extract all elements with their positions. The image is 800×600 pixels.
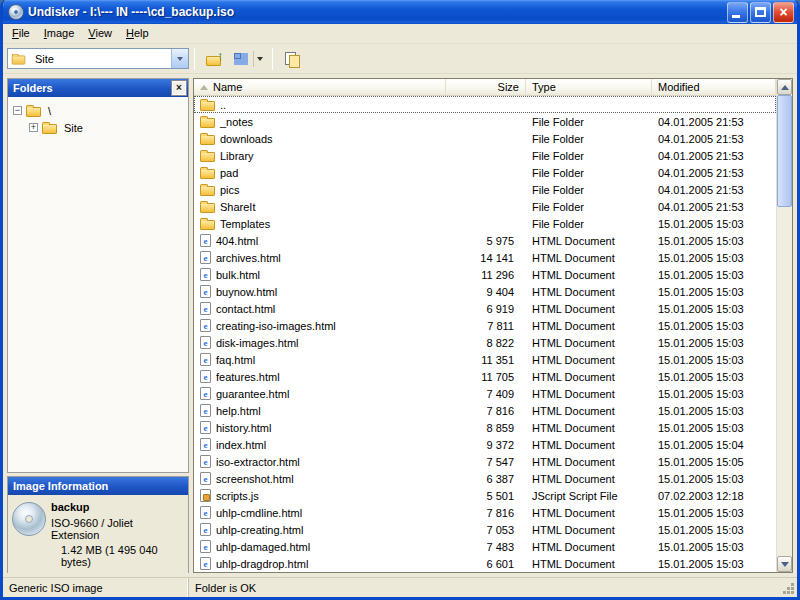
file-row[interactable]: disk-images.html8 822HTML Document15.01.… [194,334,776,351]
file-row[interactable]: bulk.html11 296HTML Document15.01.2005 1… [194,266,776,283]
collapse-icon[interactable]: − [13,106,22,115]
file-name: uhlp-creating.html [216,524,303,536]
extract-button[interactable] [279,47,305,71]
up-folder-icon: ↑ [206,52,223,66]
file-size: 14 141 [446,252,526,264]
file-row[interactable]: contact.html6 919HTML Document15.01.2005… [194,300,776,317]
file-row[interactable]: _notesFile Folder04.01.2005 21:53 [194,113,776,130]
file-row[interactable]: iso-extractor.html7 547HTML Document15.0… [194,453,776,470]
image-information-panel: Image Information backup ISO-9660 / Joli… [7,476,189,573]
scroll-up-button[interactable] [777,79,792,95]
html-document-icon [200,319,211,332]
file-name: disk-images.html [216,337,299,349]
file-size: 11 296 [446,269,526,281]
combobox-dropdown-button[interactable] [171,49,188,68]
menu-item-view[interactable]: View [81,25,119,42]
file-row[interactable]: faq.html11 351HTML Document15.01.2005 15… [194,351,776,368]
file-type: File Folder [526,218,652,230]
file-row[interactable]: scripts.js5 501JScript Script File07.02.… [194,487,776,504]
menu-item-file[interactable]: File [5,25,37,42]
file-modified: 15.01.2005 15:03 [652,473,776,485]
file-modified: 15.01.2005 15:03 [652,320,776,332]
tree-node-site[interactable]: +Site [10,119,186,136]
file-size: 7 053 [446,524,526,536]
html-document-icon [200,472,211,485]
column-header-type[interactable]: Type [526,79,652,96]
menu-bar: FileImageViewHelp [3,24,797,44]
file-modified: 15.01.2005 15:05 [652,456,776,468]
vertical-scrollbar[interactable] [776,79,792,572]
html-document-icon [200,285,211,298]
file-row[interactable]: guarantee.html7 409HTML Document15.01.20… [194,385,776,402]
file-row[interactable]: screenshot.html6 387HTML Document15.01.2… [194,470,776,487]
file-name: index.html [216,439,266,451]
html-document-icon [200,421,211,434]
file-row[interactable]: uhlp-creating.html7 053HTML Document15.0… [194,521,776,538]
file-row[interactable]: archives.html14 141HTML Document15.01.20… [194,249,776,266]
column-header-size[interactable]: Size [446,79,526,96]
status-folder-state: Folder is OK [189,578,781,597]
tree-node-root[interactable]: −\ [10,102,186,119]
file-modified: 15.01.2005 15:03 [652,405,776,417]
file-row[interactable]: TemplatesFile Folder15.01.2005 15:03 [194,215,776,232]
left-column: Folders × −\+Site Image Information back… [7,78,189,573]
file-row[interactable]: help.html7 816HTML Document15.01.2005 15… [194,402,776,419]
image-size: 1.42 MB (1 495 040 bytes) [51,544,184,568]
file-row[interactable]: uhlp-cmdline.html7 816HTML Document15.01… [194,504,776,521]
menu-item-help[interactable]: Help [119,25,156,42]
tree-node-label: \ [46,105,53,117]
file-row[interactable]: uhlp-dragdrop.html6 601HTML Document15.0… [194,555,776,572]
address-value: Site [31,53,171,65]
menu-item-image[interactable]: Image [37,25,82,42]
file-type: HTML Document [526,337,652,349]
file-row[interactable]: downloadsFile Folder04.01.2005 21:53 [194,130,776,147]
file-modified: 15.01.2005 15:03 [652,286,776,298]
file-row[interactable]: ShareItFile Folder04.01.2005 21:53 [194,198,776,215]
close-folders-button[interactable]: × [172,81,186,95]
scrollbar-thumb[interactable] [777,95,792,207]
file-row[interactable]: uhlp-damaged.html7 483HTML Document15.01… [194,538,776,555]
title-bar[interactable]: Undisker - I:\--- IN ----\cd_backup.iso … [3,0,797,24]
column-header-label: Modified [658,81,700,93]
file-name: bulk.html [216,269,260,281]
folder-icon [200,118,215,128]
file-row[interactable]: padFile Folder04.01.2005 21:53 [194,164,776,181]
column-header-modified[interactable]: Modified [652,79,776,96]
file-row[interactable]: index.html9 372HTML Document15.01.2005 1… [194,436,776,453]
html-document-icon [200,353,211,366]
folder-tree: −\+Site [8,97,188,472]
column-header-name[interactable]: Name [194,79,446,96]
file-type: File Folder [526,150,652,162]
file-row[interactable]: LibraryFile Folder04.01.2005 21:53 [194,147,776,164]
file-row[interactable]: features.html11 705HTML Document15.01.20… [194,368,776,385]
file-row[interactable]: picsFile Folder04.01.2005 21:53 [194,181,776,198]
address-combobox[interactable]: Site [7,48,189,69]
minimize-button[interactable] [727,2,748,23]
file-type: HTML Document [526,507,652,519]
up-folder-button[interactable]: ↑ [201,47,227,71]
close-button[interactable]: × [773,2,794,23]
expand-icon[interactable]: + [29,123,38,132]
scroll-down-button[interactable] [777,556,792,572]
views-dropdown-icon[interactable] [253,51,263,67]
file-name: Library [220,150,254,162]
file-modified: 15.01.2005 15:03 [652,422,776,434]
file-modified: 15.01.2005 15:03 [652,558,776,570]
file-row[interactable]: .. [194,96,776,113]
file-row[interactable]: buynow.html9 404HTML Document15.01.2005 … [194,283,776,300]
file-modified: 04.01.2005 21:53 [652,116,776,128]
file-row[interactable]: history.html8 859HTML Document15.01.2005… [194,419,776,436]
folders-panel-title: Folders [13,82,172,94]
file-modified: 04.01.2005 21:53 [652,133,776,145]
file-size: 7 816 [446,507,526,519]
views-button[interactable] [229,47,266,71]
resize-grip[interactable] [781,578,797,597]
file-row[interactable]: 404.html5 975HTML Document15.01.2005 15:… [194,232,776,249]
file-name: scripts.js [216,490,259,502]
maximize-button[interactable] [750,2,771,23]
sort-ascending-icon [200,81,208,90]
app-disc-icon [8,4,24,20]
status-image-type: Generic ISO image [3,578,189,597]
file-name: faq.html [216,354,255,366]
file-row[interactable]: creating-iso-images.html7 811HTML Docume… [194,317,776,334]
